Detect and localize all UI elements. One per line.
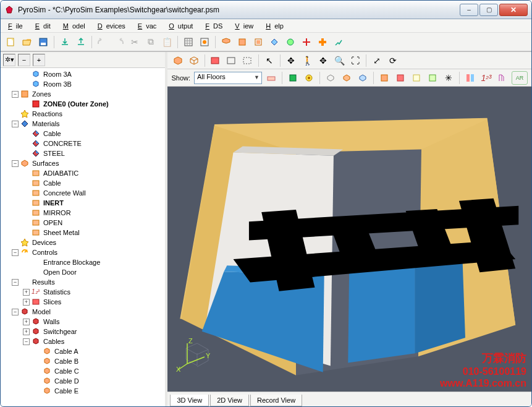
close-button[interactable]: ✕ — [499, 4, 528, 16]
new-icon[interactable] — [4, 35, 18, 49]
tool-b-icon[interactable] — [235, 35, 249, 49]
expand-toggle-icon[interactable]: − — [12, 249, 19, 256]
mesh-boundary-icon[interactable] — [198, 35, 211, 49]
tree-item[interactable]: Room 3B — [1, 79, 165, 89]
tree-item[interactable]: Sheet Metal — [1, 228, 165, 238]
undo-icon[interactable] — [96, 35, 109, 49]
vis-i-icon[interactable] — [426, 71, 439, 85]
expand-toggle-icon[interactable]: − — [12, 279, 19, 286]
tree-item[interactable]: +Walls — [1, 317, 165, 327]
zoombox-icon[interactable]: ⛶ — [348, 54, 362, 67]
vis-a-icon[interactable] — [286, 71, 300, 85]
tree-item[interactable]: Cable — [1, 129, 165, 139]
copy-icon[interactable]: ⧉ — [144, 35, 158, 49]
tree-item[interactable]: ADIABATIC — [1, 168, 165, 178]
reset-icon[interactable]: ⟳ — [386, 54, 400, 67]
expand-toggle-icon[interactable]: + — [23, 289, 30, 296]
tree-item[interactable]: Devices — [1, 238, 165, 247]
vis-e-icon[interactable] — [356, 71, 369, 85]
tree-item[interactable]: STEEL — [1, 148, 165, 158]
vis-h-icon[interactable] — [410, 71, 423, 85]
tree-item[interactable]: Cable — [1, 178, 165, 188]
tree-item[interactable]: Cable A — [1, 346, 165, 356]
nav-expand-icon[interactable]: + — [33, 54, 45, 66]
maximize-button[interactable]: ▢ — [479, 4, 498, 16]
tree-item[interactable]: Reactions — [1, 109, 165, 119]
zoom-icon[interactable]: 🔍 — [332, 54, 346, 67]
select-icon[interactable]: ↖ — [263, 54, 276, 67]
tree-item[interactable]: Cable E — [1, 386, 165, 396]
tree-item[interactable]: −Results — [1, 277, 165, 287]
viewport-3d[interactable]: Z Y X 万霖消防 010-56100119 www.A119.com.cn — [167, 87, 531, 392]
tree-item[interactable]: −Cables — [1, 336, 165, 346]
tree-item[interactable]: −Controls — [1, 247, 165, 257]
menu-help[interactable]: Help — [262, 21, 291, 31]
vis-k-icon[interactable] — [463, 71, 477, 85]
expand-toggle-icon[interactable]: − — [12, 121, 19, 127]
vis-l-icon[interactable]: 12³ — [479, 71, 493, 85]
tool-c-icon[interactable] — [251, 35, 265, 49]
tree-item[interactable]: +Slices — [1, 297, 165, 307]
wireframe-icon[interactable] — [187, 54, 201, 67]
cut-icon[interactable]: ✂ — [128, 35, 141, 49]
tree-item[interactable]: Open Door — [1, 267, 165, 277]
tool-d-icon[interactable] — [268, 35, 281, 49]
perspective-icon[interactable] — [171, 54, 185, 67]
tree-item[interactable]: CONCRETE — [1, 139, 165, 148]
tree-item[interactable]: Entrance Blockage — [1, 257, 165, 267]
tool-g-icon[interactable] — [316, 35, 329, 49]
navigator-tree[interactable]: Room 3ARoom 3B−ZonesZONE0 (Outer Zone)Re… — [1, 68, 165, 406]
menu-devices[interactable]: Devices — [94, 21, 133, 31]
tool-f-icon[interactable] — [300, 35, 313, 49]
tab-record-view[interactable]: Record View — [250, 395, 302, 406]
hidden-icon[interactable] — [241, 54, 255, 67]
tree-item[interactable]: Cable C — [1, 366, 165, 376]
tab-2d-view[interactable]: 2D View — [210, 395, 249, 406]
titlebar[interactable]: PyroSim - *C:\PyroSim Examples\Switchgea… — [1, 1, 531, 19]
paste-icon[interactable]: 📋 — [160, 35, 174, 49]
tree-item[interactable]: +1₂³Statistics — [1, 287, 165, 297]
tree-item[interactable]: MIRROR — [1, 208, 165, 218]
tree-item[interactable]: +Switchgear — [1, 327, 165, 336]
tree-item[interactable]: −Surfaces — [1, 158, 165, 168]
redo-icon[interactable] — [112, 35, 125, 49]
tree-item[interactable]: OPEN — [1, 218, 165, 228]
expand-toggle-icon[interactable]: − — [12, 160, 19, 167]
open-icon[interactable] — [20, 35, 34, 49]
tab-3d-view[interactable]: 3D View — [170, 395, 209, 406]
mesh-icon[interactable] — [182, 35, 195, 49]
vis-j-icon[interactable]: ✳ — [442, 71, 455, 85]
tool-e-icon[interactable] — [284, 35, 297, 49]
vis-f-icon[interactable] — [378, 71, 391, 85]
expand-toggle-icon[interactable]: − — [12, 309, 19, 315]
menu-edit[interactable]: Edit — [32, 21, 58, 31]
outline-icon[interactable] — [225, 54, 239, 67]
walk-icon[interactable]: 🚶 — [300, 54, 314, 67]
tree-item[interactable]: Cable D — [1, 376, 165, 386]
floor-select[interactable]: All Floors — [194, 72, 262, 84]
tree-item[interactable]: Room 3A — [1, 69, 165, 79]
orbit-icon[interactable]: ✥ — [284, 54, 298, 67]
expand-toggle-icon[interactable]: + — [23, 328, 30, 335]
menu-file[interactable]: File — [4, 21, 30, 31]
vis-c-icon[interactable] — [324, 71, 337, 85]
tool-h-icon[interactable] — [332, 35, 345, 49]
menu-fds[interactable]: FDS — [201, 21, 230, 31]
nav-collapse-icon[interactable]: − — [18, 54, 30, 66]
vis-g-icon[interactable] — [394, 71, 407, 85]
vis-m-icon[interactable] — [496, 71, 509, 85]
vis-ar-icon[interactable]: AR — [512, 71, 528, 85]
menu-output[interactable]: Output — [165, 21, 200, 31]
tree-item[interactable]: −Zones — [1, 89, 165, 99]
import-icon[interactable] — [58, 35, 72, 49]
expand-toggle-icon[interactable]: + — [23, 299, 30, 306]
tree-item[interactable]: ZONE0 (Outer Zone) — [1, 99, 165, 109]
solid-icon[interactable] — [209, 54, 222, 67]
minimize-button[interactable]: – — [460, 4, 478, 16]
expand-toggle-icon[interactable]: − — [23, 338, 30, 345]
expand-toggle-icon[interactable]: + — [23, 319, 30, 325]
pan-icon[interactable]: ✥ — [316, 54, 330, 67]
tree-item[interactable]: Cable B — [1, 356, 165, 366]
tree-item[interactable]: −Materials — [1, 119, 165, 129]
menu-view[interactable]: View — [231, 21, 261, 31]
